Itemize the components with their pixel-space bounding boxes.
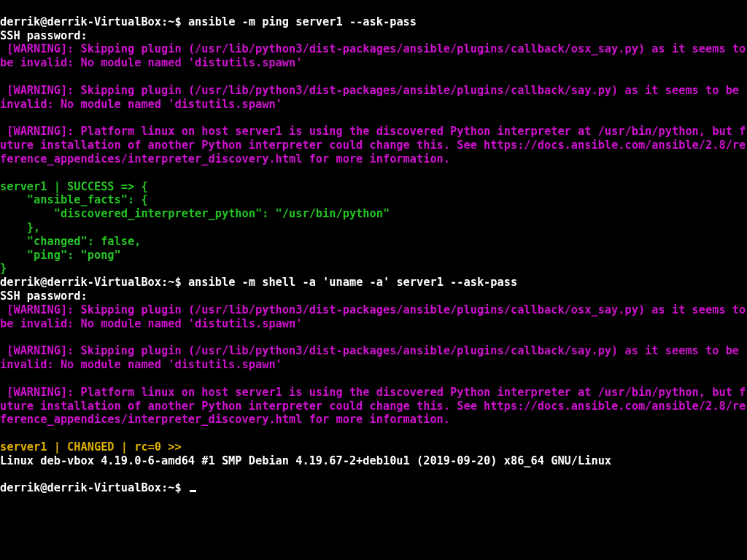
- uname-output: Linux deb-vbox 4.19.0-6-amd64 #1 SMP Deb…: [0, 454, 611, 467]
- ssh-password-2: SSH password:: [0, 289, 88, 303]
- prompt-line-1: derrik@derrik-VirtualBox:~$ ansible -m p…: [0, 15, 417, 28]
- success-json-line: "ansible_facts": {: [0, 193, 148, 206]
- warning-python-1: [WARNING]: Platform linux on host server…: [0, 125, 746, 166]
- cursor: [190, 490, 196, 492]
- ssh-password-1: SSH password:: [0, 29, 88, 42]
- success-json-line: "ping": "pong": [0, 249, 121, 262]
- prompt-line-2: derrik@derrik-VirtualBox:~$ ansible -m s…: [0, 276, 517, 289]
- success-json-line: "changed": false,: [0, 235, 141, 248]
- warning-osx-say-2: [WARNING]: Skipping plugin (/usr/lib/pyt…: [0, 303, 747, 330]
- success-json-line: "discovered_interpreter_python": "/usr/b…: [0, 207, 390, 220]
- warning-osx-say-1: [WARNING]: Skipping plugin (/usr/lib/pyt…: [0, 42, 747, 69]
- warning-python-2: [WARNING]: Platform linux on host server…: [0, 386, 746, 427]
- warning-say-1: [WARNING]: Skipping plugin (/usr/lib/pyt…: [0, 84, 746, 111]
- success-json-line: },: [0, 221, 40, 234]
- prompt-line-3: derrik@derrik-VirtualBox:~$: [0, 481, 196, 494]
- warning-say-2: [WARNING]: Skipping plugin (/usr/lib/pyt…: [0, 344, 746, 371]
- terminal[interactable]: derrik@derrik-VirtualBox:~$ ansible -m p…: [0, 0, 747, 495]
- changed-header: server1 | CHANGED | rc=0 >>: [0, 440, 182, 454]
- success-json-line: }: [0, 262, 7, 275]
- success-json-line: server1 | SUCCESS => {: [0, 180, 148, 193]
